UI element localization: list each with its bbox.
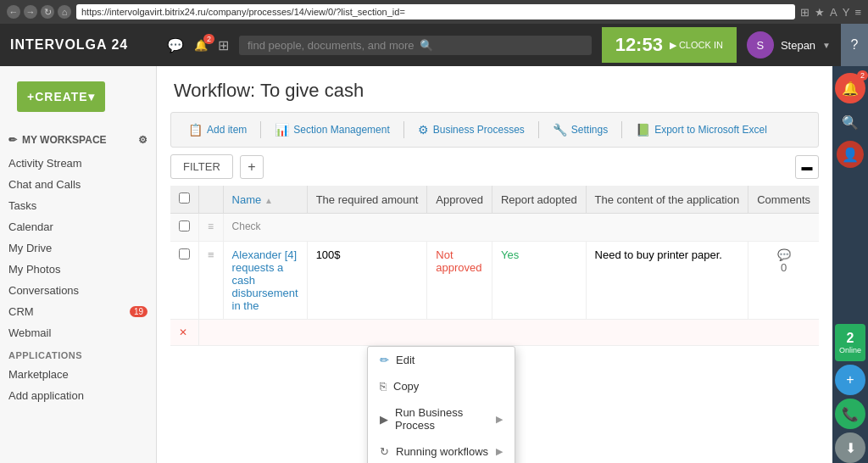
run-bp-icon: ▶	[380, 413, 388, 426]
bp-icon: ⚙	[418, 123, 429, 137]
export-label: Export to Microsoft Excel	[654, 124, 767, 136]
sidebar-item-add-app[interactable]: Add application	[0, 385, 156, 406]
dropdown-arrow-icon: ▼	[822, 41, 831, 50]
refresh-button[interactable]: ↻	[41, 5, 54, 19]
grid-icon[interactable]: ⊞	[218, 37, 229, 53]
row-actions-icon[interactable]: ≡	[208, 248, 214, 261]
clock-time: 12:53	[615, 34, 663, 56]
create-button[interactable]: + CREATE ▾	[17, 81, 105, 112]
row-name[interactable]: Alexander [4] requests a cash disburseme…	[232, 248, 298, 312]
right-avatar-icon[interactable]: 👤	[837, 141, 864, 168]
browser-icon-5[interactable]: ≡	[854, 6, 861, 19]
sidebar-item-calendar[interactable]: Calendar	[0, 216, 156, 237]
browser-icon-4[interactable]: Y	[843, 6, 850, 19]
ctx-run-bp[interactable]: ▶ Run Business Process ▶	[368, 399, 515, 438]
edit-icon: ✏	[380, 354, 389, 366]
drive-label: My Drive	[8, 242, 52, 254]
header-center: 💬 🔔 2 ⊞ find people, documents, and more…	[157, 36, 602, 55]
toolbar-divider-2	[403, 121, 404, 138]
sidebar-item-drive[interactable]: My Drive	[0, 237, 156, 259]
create-plus-icon: +	[27, 90, 35, 103]
ctx-run-bp-label: Run Business Process	[395, 406, 489, 432]
browser-icon-2[interactable]: ★	[815, 6, 825, 19]
workspace-label: MY WORKSPACE	[22, 134, 107, 146]
chat-icon[interactable]: 💬	[167, 37, 184, 53]
browser-icon-3[interactable]: A	[830, 6, 837, 19]
right-sidebar: 🔔 2 🔍 👤 2 Online + 📞 ⬇	[832, 66, 868, 463]
ctx-copy-label: Copy	[393, 380, 419, 393]
crm-label: CRM	[8, 305, 34, 318]
col-actions	[199, 186, 224, 214]
search-placeholder: find people, documents, and more	[248, 39, 415, 52]
select-all-checkbox[interactable]	[179, 192, 190, 204]
filter-button[interactable]: FILTER	[170, 154, 233, 179]
section-management-button[interactable]: 📊 Section Management	[268, 120, 396, 140]
settings-button[interactable]: 🔧 Settings	[546, 120, 615, 140]
search-area[interactable]: find people, documents, and more 🔍	[239, 36, 592, 55]
sidebar-item-crm[interactable]: CRM 19	[0, 301, 156, 322]
col-name[interactable]: Name ▲	[223, 186, 307, 214]
help-button[interactable]: ?	[841, 24, 868, 66]
running-wf-icon: ↻	[380, 445, 389, 458]
right-online-indicator[interactable]: 2 Online	[835, 324, 865, 361]
avatar: S	[747, 31, 774, 59]
table-row-delete: ✕	[170, 320, 819, 346]
photos-label: My Photos	[8, 263, 60, 276]
sidebar-item-marketplace[interactable]: Marketplace	[0, 364, 156, 385]
clock-in-button[interactable]: ▶ CLOCK IN	[670, 40, 723, 51]
row-menu-icon[interactable]: ≡	[208, 220, 214, 232]
browser-icon-1[interactable]: ⊞	[800, 6, 810, 19]
sidebar-item-conversations[interactable]: Conversations	[0, 280, 156, 301]
add-item-button[interactable]: 📋 Add item	[181, 120, 253, 140]
row-check-checkbox[interactable]	[179, 220, 190, 232]
section-management-label: Section Management	[293, 124, 389, 136]
page-title: Workflow: To give cash	[157, 66, 832, 112]
row-comments-count: 0	[781, 261, 787, 274]
view-toggle-icon: ▬	[802, 160, 813, 173]
online-label: Online	[839, 346, 861, 354]
user-area[interactable]: S Stepan ▼	[737, 31, 841, 59]
right-notification-icon[interactable]: 🔔 2	[835, 73, 865, 103]
sidebar-item-webmail[interactable]: Webmail	[0, 322, 156, 343]
workspace-icon: ✏	[8, 134, 17, 146]
notification-bell[interactable]: 🔔 2	[194, 39, 208, 52]
home-button[interactable]: ⌂	[58, 5, 71, 19]
row-checkbox[interactable]	[179, 248, 190, 259]
back-button[interactable]: ←	[7, 5, 20, 19]
right-search-icon[interactable]: 🔍	[835, 107, 865, 137]
export-button[interactable]: 📗 Export to Microsoft Excel	[629, 120, 774, 140]
right-phone-icon[interactable]: 📞	[835, 399, 865, 429]
crm-badge: 19	[130, 306, 147, 317]
data-table: Name ▲ The required amount Approved Repo…	[170, 186, 819, 346]
business-processes-button[interactable]: ⚙ Business Processes	[411, 120, 531, 140]
sidebar-item-chat[interactable]: Chat and Calls	[0, 174, 156, 195]
forward-button[interactable]: →	[24, 5, 37, 19]
ctx-copy[interactable]: ⎘ Copy	[368, 373, 515, 399]
ctx-edit[interactable]: ✏ Edit	[368, 347, 515, 373]
content-wrapper: Workflow: To give cash 📋 Add item 📊 Sect…	[157, 66, 832, 463]
ctx-running-wf-label: Running workflows	[396, 445, 488, 458]
ctx-running-wf[interactable]: ↻ Running workflows ▶	[368, 438, 515, 463]
right-download-icon[interactable]: ⬇	[835, 432, 865, 463]
settings-icon: 🔧	[553, 123, 567, 137]
sidebar-item-tasks[interactable]: Tasks	[0, 195, 156, 216]
right-add-icon[interactable]: +	[835, 365, 865, 395]
workspace-settings-icon[interactable]: ⚙	[138, 134, 147, 146]
sidebar-item-photos[interactable]: My Photos	[0, 259, 156, 280]
activity-label: Activity Stream	[8, 157, 82, 170]
col-checkbox	[170, 186, 199, 214]
row-checkbox-cell	[170, 242, 199, 320]
notification-badge: 2	[203, 34, 214, 44]
col-content: The content of the application	[586, 186, 748, 214]
sidebar-item-activity[interactable]: Activity Stream	[0, 153, 156, 174]
col-name-label: Name	[232, 193, 262, 206]
clock-area[interactable]: 12:53 ▶ CLOCK IN	[602, 27, 737, 63]
toolbar-divider-4	[621, 121, 622, 138]
view-toggle-button[interactable]: ▬	[795, 155, 819, 179]
webmail-label: Webmail	[8, 326, 51, 339]
row-approved: Not approved	[436, 248, 481, 274]
add-row-button[interactable]: +	[240, 155, 264, 179]
row-content: Need to buy printer paper.	[595, 248, 722, 261]
row-amount-cell: 100$	[307, 242, 427, 320]
address-bar[interactable]: https://intervolgavirt.bitrix24.ru/compa…	[76, 4, 795, 20]
